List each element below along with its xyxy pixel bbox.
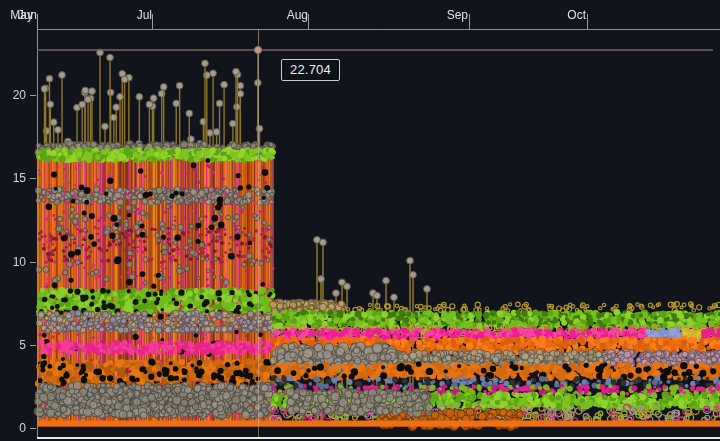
y-tick-label-5: 5 bbox=[0, 338, 26, 352]
x-tick-label-jul: Jul bbox=[137, 8, 152, 22]
x-tick-label-sep: Sep bbox=[447, 8, 468, 22]
crosshair-tooltip: 22.704 bbox=[281, 59, 340, 81]
y-tick-label-10: 10 bbox=[0, 255, 26, 269]
y-tick-label-20: 20 bbox=[0, 88, 26, 102]
x-tick-label-jun: Jun bbox=[18, 8, 37, 22]
x-tick-label-oct: Oct bbox=[567, 8, 586, 22]
y-tick-label-15: 15 bbox=[0, 171, 26, 185]
timeseries-canvas[interactable] bbox=[0, 0, 720, 441]
chart-panel: May Jun Jul Aug Sep Oct 0 5 10 15 20 22.… bbox=[0, 0, 720, 441]
y-tick-label-0: 0 bbox=[0, 421, 26, 435]
x-tick-label-aug: Aug bbox=[287, 8, 308, 22]
